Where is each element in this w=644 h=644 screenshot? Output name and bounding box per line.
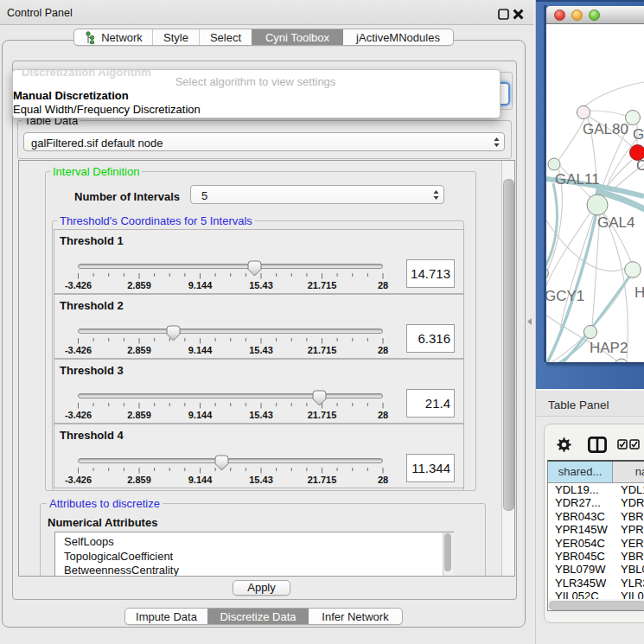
- svg-text:H: H: [634, 284, 644, 301]
- svg-text:GCY1: GCY1: [546, 288, 584, 304]
- svg-text:GA: GA: [633, 126, 644, 143]
- svg-text:GAL4: GAL4: [597, 214, 634, 231]
- svg-text:GAL80: GAL80: [583, 121, 628, 137]
- svg-text:C: C: [636, 157, 644, 174]
- svg-text:GAL11: GAL11: [555, 171, 600, 188]
- svg-text:HAP2: HAP2: [590, 340, 628, 356]
